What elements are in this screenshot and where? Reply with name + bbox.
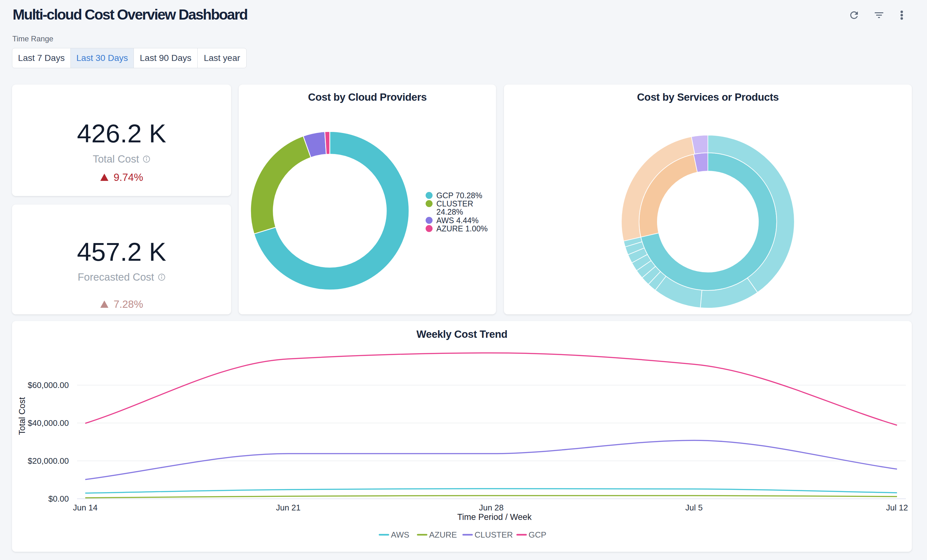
svg-text:CLUSTER: CLUSTER [474, 530, 513, 539]
svg-text:Jun 14: Jun 14 [73, 503, 97, 512]
svg-text:AWS: AWS [391, 530, 409, 539]
svg-text:$20,000.00: $20,000.00 [28, 456, 69, 466]
svg-text:Total Cost: Total Cost [17, 397, 27, 435]
svg-text:$40,000.00: $40,000.00 [28, 418, 69, 428]
svg-text:Jun 21: Jun 21 [276, 503, 301, 512]
svg-text:GCP: GCP [529, 530, 546, 539]
svg-text:$60,000.00: $60,000.00 [28, 380, 69, 390]
svg-text:AZURE: AZURE [429, 530, 457, 539]
svg-text:$0.00: $0.00 [48, 494, 69, 504]
svg-text:Jun 28: Jun 28 [479, 503, 504, 512]
svg-text:Jul 5: Jul 5 [685, 503, 703, 512]
svg-text:Time Period / Week: Time Period / Week [457, 512, 532, 522]
svg-text:Jul 12: Jul 12 [886, 503, 908, 512]
